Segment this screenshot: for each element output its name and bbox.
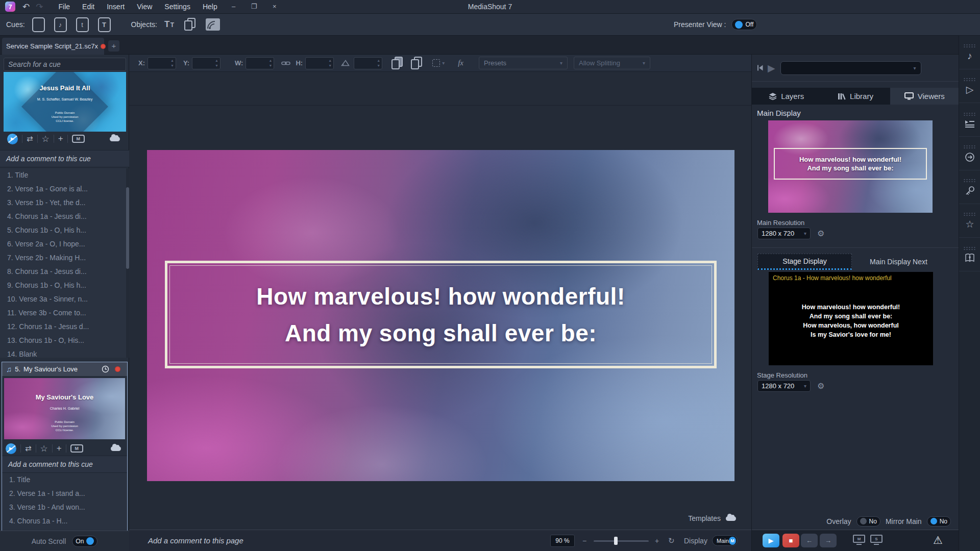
main-resolution-dropdown[interactable]: 1280 x 720 ▾: [757, 228, 811, 239]
y-input[interactable]: ▲▼: [192, 57, 220, 69]
page-comment-field[interactable]: Add a comment to this page: [148, 536, 243, 545]
transport-dropdown[interactable]: ▾: [780, 61, 921, 75]
autoplay-icon[interactable]: ▶: [7, 134, 18, 144]
tab-stage-display[interactable]: Stage Display: [757, 254, 852, 270]
add-page-icon[interactable]: +: [57, 443, 62, 454]
stage-resolution-gear-icon[interactable]: ⚙: [817, 381, 824, 391]
tab-layers[interactable]: Layers: [752, 88, 821, 105]
cue-card-my-saviours-love[interactable]: ♫ 5. My Saviour's Love My Saviour's Love…: [2, 362, 128, 534]
rotation-input[interactable]: ▲▼: [354, 57, 382, 69]
previous-page-button[interactable]: ←: [801, 534, 818, 547]
warning-icon[interactable]: ⚠: [933, 534, 943, 546]
page-list-item[interactable]: 10. Verse 3a - Sinner, n...: [0, 292, 126, 306]
page-list-item[interactable]: 5. Chorus 1b - O, His h...: [0, 223, 126, 237]
menu-item[interactable]: Settings: [158, 0, 197, 13]
text-cue-icon[interactable]: T: [98, 17, 111, 32]
strip-bible-cell[interactable]: [959, 238, 980, 271]
page-list-item[interactable]: 7. Verse 2b - Making H...: [0, 251, 126, 265]
undo-icon[interactable]: ↶: [22, 2, 30, 12]
x-input[interactable]: ▲▼: [148, 57, 176, 69]
strip-links-cell[interactable]: [959, 137, 980, 170]
send-backward-icon[interactable]: [411, 57, 423, 70]
zoom-value-box[interactable]: 90 %: [550, 535, 575, 547]
tab-main-display-next[interactable]: Main Display Next: [852, 254, 945, 270]
cloud-icon[interactable]: [110, 137, 120, 141]
lyric-text-box[interactable]: How marvelous! how wonderful!And my song…: [165, 261, 717, 368]
page-list-item[interactable]: 13. Chorus 1b - O, His...: [0, 334, 126, 347]
zoom-out-icon[interactable]: −: [582, 537, 586, 545]
display-target-toggle[interactable]: Main M: [712, 535, 738, 546]
page-list-item[interactable]: 2. Verse 1a - I stand a...: [2, 487, 127, 500]
search-input[interactable]: [4, 58, 126, 71]
cue2-header[interactable]: ♫ 5. My Saviour's Love: [2, 362, 127, 376]
h-input[interactable]: ▲▼: [305, 57, 334, 69]
main-monitor-icon[interactable]: M: [853, 535, 865, 546]
link-dimensions-icon[interactable]: [281, 61, 290, 66]
page-list-item[interactable]: 4. Chorus 1a - Jesus di...: [0, 210, 126, 223]
strip-playlist-cell[interactable]: [959, 103, 980, 137]
page-list-item[interactable]: 11. Verse 3b - Come to...: [0, 306, 126, 320]
mirror-main-toggle[interactable]: No: [927, 516, 951, 527]
page-list-item[interactable]: 6. Verse 2a - O, I hope...: [0, 237, 126, 251]
loop-icon[interactable]: ⇄: [27, 134, 33, 143]
stop-button[interactable]: ■: [782, 534, 799, 547]
video-object-icon[interactable]: [206, 18, 220, 31]
cloud-icon[interactable]: [111, 446, 121, 451]
stage-resolution-dropdown[interactable]: 1280 x 720 ▾: [757, 380, 811, 392]
cue1-comment-field[interactable]: Add a comment to this cue: [0, 150, 129, 167]
page-list-item[interactable]: 1. Title: [0, 168, 126, 182]
alignment-icon[interactable]: ▾: [432, 59, 445, 67]
main-resolution-gear-icon[interactable]: ⚙: [817, 229, 824, 238]
tab-viewers[interactable]: Viewers: [890, 88, 959, 105]
fire-play-button[interactable]: ▶: [763, 534, 779, 547]
text-object-icon[interactable]: T T: [164, 19, 174, 30]
restore-button[interactable]: ❐: [244, 0, 264, 14]
page-list-item[interactable]: 8. Chorus 1a - Jesus di...: [0, 265, 126, 279]
cue2-comment-field[interactable]: Add a comment to this cue: [2, 456, 127, 473]
zoom-slider-thumb[interactable]: [614, 537, 618, 545]
blank-cue-icon[interactable]: [32, 17, 45, 32]
zoom-slider-track[interactable]: [594, 540, 649, 542]
presets-dropdown[interactable]: Presets ▾: [479, 57, 568, 69]
cloud-icon[interactable]: [726, 516, 736, 521]
play-preview-icon[interactable]: ▶: [768, 62, 775, 74]
page-list-item[interactable]: 12. Chorus 1a - Jesus d...: [0, 320, 126, 334]
page-list-item[interactable]: 1. Title: [2, 473, 127, 487]
bible-cue-icon[interactable]: t: [76, 17, 89, 32]
presenter-view-toggle[interactable]: Off: [731, 19, 757, 30]
hotkey-m-badge[interactable]: M: [70, 444, 83, 453]
add-page-icon[interactable]: +: [58, 134, 63, 144]
cue2-thumbnail[interactable]: My Saviour's Love Charles H. Gabriel Pub…: [4, 378, 125, 439]
strip-keys-cell[interactable]: [959, 170, 980, 204]
strip-favorites-cell[interactable]: ☆: [959, 204, 980, 238]
loop-icon[interactable]: ⇄: [25, 444, 32, 453]
menu-item[interactable]: Help: [197, 0, 224, 13]
redo-icon[interactable]: ↷: [36, 2, 43, 12]
skip-to-start-icon[interactable]: [756, 64, 764, 71]
favorite-star-icon[interactable]: ☆: [42, 134, 50, 144]
song-cue-icon[interactable]: ♪: [54, 17, 67, 32]
w-input[interactable]: ▲▼: [246, 57, 274, 69]
autoplay-icon[interactable]: ▶: [6, 443, 16, 454]
slide-editor[interactable]: How marvelous! how wonderful!And my song…: [147, 150, 734, 481]
favorite-star-icon[interactable]: ☆: [40, 443, 48, 454]
page-list-item[interactable]: 14. Blank: [0, 347, 126, 358]
auto-scroll-toggle[interactable]: On: [72, 536, 97, 547]
effects-fx-icon[interactable]: fx: [458, 59, 463, 67]
page-list-item[interactable]: 4. Chorus 1a - H...: [2, 514, 127, 528]
page-list-item[interactable]: 3. Verse 1b - And won...: [2, 500, 127, 514]
stage-monitor-icon[interactable]: S: [870, 535, 883, 546]
page-list-item[interactable]: 3. Verse 1b - Yet, the d...: [0, 196, 126, 210]
menu-item[interactable]: View: [131, 0, 158, 13]
rotation-angle-icon[interactable]: [341, 60, 350, 66]
close-button[interactable]: ×: [264, 0, 285, 14]
hotkey-m-badge[interactable]: M: [72, 135, 85, 143]
menu-item[interactable]: Insert: [101, 0, 131, 13]
app-logo[interactable]: 7: [5, 2, 15, 12]
overlay-toggle[interactable]: No: [856, 516, 880, 527]
copy-object-icon[interactable]: [184, 18, 197, 31]
new-script-tab-button[interactable]: +: [108, 40, 119, 52]
page-list-item[interactable]: 9. Chorus 1b - O, His h...: [0, 279, 126, 292]
cue1-thumbnail[interactable]: Jesus Paid It All M. S. Schaffer, Samuel…: [4, 72, 126, 132]
bring-forward-icon[interactable]: [391, 57, 404, 70]
